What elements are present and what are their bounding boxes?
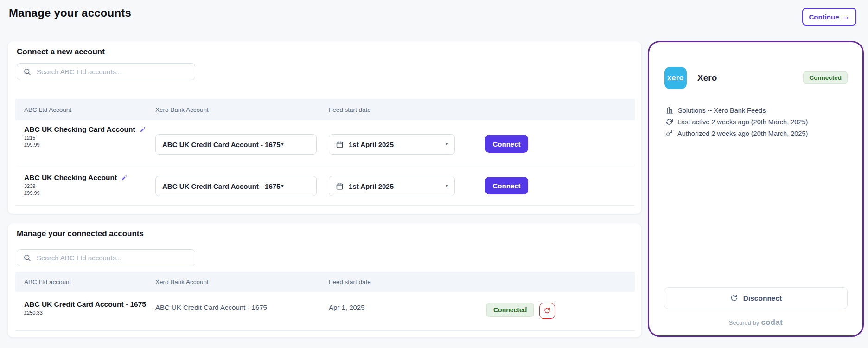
chevron-down-icon: ▾ [281, 184, 284, 188]
account-balance: £99.99 [24, 142, 146, 148]
search-input[interactable] [36, 253, 186, 262]
account-cell: ABC UK Credit Card Account - 1675 £250.3… [24, 300, 146, 316]
disconnect-button[interactable]: Disconnect [664, 287, 848, 309]
table-row: ABC UK Checking Card Account 1215 £99.99… [15, 120, 635, 165]
calendar-icon [336, 182, 344, 190]
integration-name: Xero [697, 73, 717, 83]
secured-by-text: Secured by [729, 319, 760, 326]
account-balance: £250.33 [24, 310, 146, 316]
status-badge: Connected [803, 71, 848, 84]
column-xero-bank-account: Xero Bank Account [155, 99, 209, 120]
column-abc-ltd-account: ABC Ltd account [24, 272, 71, 292]
continue-button[interactable]: Continue → [802, 8, 856, 26]
secured-by-footer: Secured bycodat [649, 318, 862, 327]
xero-bank-account-select[interactable]: ABC UK Credit Card Account - 1675 ▾ [155, 176, 317, 196]
feed-start-date-picker[interactable]: 1st April 2025 ▾ [329, 134, 455, 155]
column-xero-bank-account: Xero Bank Account [155, 272, 209, 292]
integration-details: Solutions -- Xero Bank Feeds Last active… [666, 104, 808, 139]
detail-last-active: Last active 2 weeks ago (20th March, 202… [666, 116, 808, 128]
detail-solutions: Solutions -- Xero Bank Feeds [666, 104, 808, 116]
arrow-right-icon: → [842, 13, 850, 20]
column-abc-ltd-account: ABC Ltd Account [24, 99, 71, 120]
continue-label: Continue [809, 13, 839, 21]
connected-section-title: Manage your connected accounts [17, 229, 144, 238]
account-name: ABC UK Credit Card Account - 1675 [24, 300, 146, 309]
integration-panel: xero Xero Connected Solutions -- Xero Ba… [648, 41, 864, 337]
calendar-icon [336, 141, 344, 148]
chevron-down-icon: ▾ [446, 142, 448, 147]
table-header: ABC Ltd Account Xero Bank Account Feed s… [15, 99, 635, 120]
column-feed-start-date: Feed start date [329, 99, 371, 120]
connect-button[interactable]: Connect [485, 135, 528, 153]
selected-bank-account: ABC UK Credit Card Account - 1675 [162, 182, 281, 190]
edit-pencil-icon[interactable] [139, 126, 146, 133]
table-row: ABC UK Checking Account 3239 £99.99 ABC … [15, 165, 635, 206]
codat-logo: codat [761, 318, 783, 326]
connect-button[interactable]: Connect [485, 177, 528, 194]
disconnect-icon [543, 307, 551, 315]
chevron-down-icon: ▾ [446, 184, 448, 188]
disconnect-account-button[interactable] [539, 303, 555, 319]
search-box [17, 63, 195, 80]
detail-text: Authorized 2 weeks ago (20th March, 2025… [677, 130, 808, 137]
account-balance: £99.99 [24, 190, 128, 196]
account-name: ABC UK Checking Card Account [24, 125, 135, 134]
column-feed-start-date: Feed start date [329, 272, 371, 292]
status-badge: Connected [486, 303, 534, 317]
page-title: Manage your accounts [9, 6, 131, 19]
bank-icon [666, 107, 673, 114]
refresh-icon [666, 118, 673, 125]
linked-bank-account: ABC UK Credit Card Account - 1675 [155, 303, 267, 311]
manage-accounts-screen: Manage your accounts Continue → Connect … [0, 0, 868, 348]
feed-start-date-value: Apr 1, 2025 [329, 303, 365, 311]
account-cell: ABC UK Checking Account 3239 £99.99 [24, 174, 128, 196]
detail-text: Solutions -- Xero Bank Feeds [678, 107, 766, 114]
xero-logo-text: xero [667, 74, 684, 82]
disconnect-icon [730, 294, 738, 303]
detail-authorized: Authorized 2 weeks ago (20th March, 2025… [666, 128, 808, 139]
connected-account-row: ABC UK Credit Card Account - 1675 £250.3… [15, 292, 635, 331]
selected-bank-account: ABC UK Credit Card Account - 1675 [162, 141, 281, 148]
account-number: 3239 [24, 183, 128, 189]
key-icon [666, 130, 673, 137]
account-number: 1215 [24, 135, 146, 141]
edit-pencil-icon[interactable] [121, 174, 128, 181]
chevron-down-icon: ▾ [281, 142, 284, 147]
connected-accounts-card: Manage your connected accounts ABC Ltd a… [7, 223, 642, 338]
connect-section-title: Connect a new account [17, 47, 105, 57]
selected-date: 1st April 2025 [349, 182, 394, 190]
table-header: ABC Ltd account Xero Bank Account Feed s… [15, 272, 635, 292]
search-icon [23, 68, 31, 76]
connect-new-account-card: Connect a new account ABC Ltd Account Xe… [7, 41, 642, 214]
detail-text: Last active 2 weeks ago (20th March, 202… [677, 118, 808, 126]
search-box [17, 249, 195, 266]
account-name: ABC UK Checking Account [24, 174, 117, 182]
selected-date: 1st April 2025 [349, 141, 394, 148]
xero-logo: xero [664, 67, 687, 89]
disconnect-label: Disconnect [743, 294, 782, 303]
search-input[interactable] [36, 67, 186, 76]
feed-start-date-picker[interactable]: 1st April 2025 ▾ [329, 176, 455, 196]
search-icon [23, 254, 31, 262]
xero-bank-account-select[interactable]: ABC UK Credit Card Account - 1675 ▾ [155, 134, 317, 155]
account-cell: ABC UK Checking Card Account 1215 £99.99 [24, 125, 146, 148]
